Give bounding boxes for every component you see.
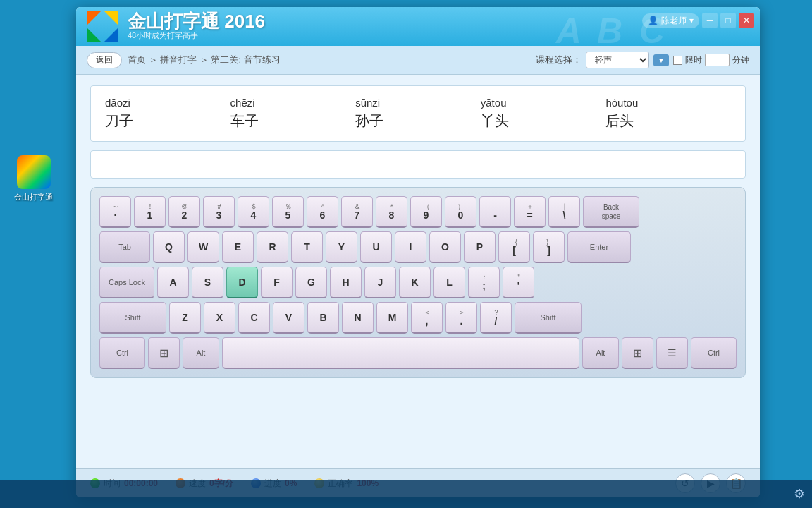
P-key[interactable]: P (464, 231, 496, 263)
slash-key[interactable]: ？ / (480, 302, 512, 334)
shift-left-key[interactable]: Shift (99, 302, 166, 334)
D-key[interactable]: D (226, 267, 258, 298)
S-key[interactable]: S (192, 267, 223, 298)
keyboard-row-2: Tab Q W E R T Y U I O P ｛ [ ｝ ] (99, 231, 737, 263)
rbracket-key[interactable]: ｝ ] (533, 231, 565, 263)
3-key[interactable]: ＃ 3 (203, 196, 235, 228)
alt-right-key[interactable]: Alt (582, 337, 619, 369)
K-key[interactable]: K (399, 267, 431, 298)
equals-key[interactable]: ＋ = (514, 196, 546, 228)
logo-top-right (104, 11, 118, 25)
ctrl-left-key[interactable]: Ctrl (99, 337, 145, 369)
I-key[interactable]: I (395, 231, 426, 263)
9-key[interactable]: （ 9 (410, 196, 442, 228)
J-key[interactable]: J (364, 267, 396, 298)
1-key[interactable]: ！ 1 (134, 196, 166, 228)
logo-shape (87, 11, 118, 42)
maximize-button[interactable]: □ (720, 13, 736, 28)
win-right-key[interactable]: ⊞ (622, 337, 653, 369)
word-pinyin-4: hòutou (605, 97, 638, 109)
V-key[interactable]: V (273, 302, 304, 334)
period-key[interactable]: ＞ . (445, 302, 477, 334)
N-key[interactable]: N (342, 302, 374, 334)
lbracket-key[interactable]: ｛ [ (498, 231, 530, 263)
semicolon-key[interactable]: ： ; (468, 267, 500, 298)
taskbar-right: ⚙ (794, 486, 805, 502)
O-key[interactable]: O (429, 231, 461, 263)
enter-label: Enter (590, 243, 608, 251)
course-dropdown-arrow[interactable]: ▼ (653, 54, 669, 66)
nav-right: 课程选择： 轻声 ▼ 限时 分钟 (536, 52, 749, 68)
6-key[interactable]: ＾ 6 (307, 196, 338, 228)
time-limit-checkbox[interactable] (673, 56, 682, 65)
minus-key[interactable]: — - (479, 196, 511, 228)
menu-key[interactable]: ☰ (656, 337, 688, 369)
Y-key[interactable]: Y (326, 231, 357, 263)
0-key[interactable]: ） 0 (445, 196, 476, 228)
course-label: 课程选择： (536, 54, 582, 66)
M-key[interactable]: M (376, 302, 408, 334)
app-logo (83, 11, 122, 42)
caps-label: Caps Lock (109, 278, 145, 286)
shift-left-label: Shift (125, 313, 140, 322)
tab-key[interactable]: Tab (99, 231, 150, 263)
R-key[interactable]: R (257, 231, 288, 263)
H-key[interactable]: H (330, 267, 362, 298)
keyboard-row-5: Ctrl ⊞ Alt Alt ⊞ ☰ Ctrl (99, 337, 737, 369)
desktop-icon-label: 金山打字通 (14, 192, 53, 202)
C-key[interactable]: C (238, 302, 270, 334)
back-button[interactable]: 返回 (87, 52, 122, 68)
close-button[interactable]: ✕ (739, 13, 754, 28)
Z-key[interactable]: Z (169, 302, 201, 334)
desktop-icon[interactable]: 金山打字通 (14, 155, 53, 202)
E-key[interactable]: E (222, 231, 254, 263)
settings-icon[interactable]: ⚙ (794, 486, 805, 502)
enter-key[interactable]: Enter (567, 231, 631, 263)
win-right-icon: ⊞ (633, 346, 642, 360)
quote-key[interactable]: ＂ ' (503, 267, 534, 298)
backspace-key[interactable]: Backspace (583, 196, 639, 228)
app-title-main: 金山打字通 2016 (128, 12, 265, 30)
7-key[interactable]: ＆ 7 (341, 196, 373, 228)
app-title-text: 金山打字通 2016 48小时成为打字高手 (128, 12, 265, 41)
ctrl-right-key[interactable]: Ctrl (691, 337, 737, 369)
input-area[interactable] (90, 150, 746, 179)
word-item-1: chēzi 车子 (230, 97, 356, 131)
word-item-4: hòutou 后头 (605, 97, 731, 131)
2-key[interactable]: ＠ 2 (168, 196, 200, 228)
U-key[interactable]: U (360, 231, 392, 263)
Q-key[interactable]: Q (153, 231, 185, 263)
win-left-key[interactable]: ⊞ (148, 337, 180, 369)
logo-bottom-right (104, 28, 118, 42)
caps-lock-key[interactable]: Caps Lock (99, 267, 154, 298)
4-key[interactable]: ＄ 4 (238, 196, 269, 228)
course-dropdown[interactable]: 轻声 (586, 52, 649, 68)
T-key[interactable]: T (291, 231, 323, 263)
5-key[interactable]: ％ 5 (272, 196, 304, 228)
B-key[interactable]: B (307, 302, 339, 334)
alt-left-key[interactable]: Alt (183, 337, 219, 369)
F-key[interactable]: F (261, 267, 293, 298)
comma-key[interactable]: ＜ , (411, 302, 443, 334)
tilde-backtick-key[interactable]: ～ · (99, 196, 131, 228)
word-pinyin-1: chēzi (230, 97, 255, 109)
shift-right-key[interactable]: Shift (515, 302, 582, 334)
minimize-button[interactable]: ─ (702, 13, 718, 28)
W-key[interactable]: W (187, 231, 219, 263)
keyboard-row-1: ～ · ！ 1 ＠ 2 ＃ 3 ＄ 4 (99, 196, 737, 228)
time-limit-input[interactable] (705, 54, 730, 66)
alt-right-label: Alt (596, 349, 605, 357)
win-left-icon: ⊞ (159, 346, 168, 360)
backslash-key[interactable]: ｜ \ (548, 196, 580, 228)
time-limit-area: 限时 分钟 (673, 54, 749, 66)
word-item-3: yātou 丫头 (481, 97, 606, 131)
space-key[interactable] (222, 337, 579, 369)
user-badge[interactable]: 👤 陈老师 ▾ (642, 13, 699, 28)
time-limit-label: 限时 (685, 54, 702, 66)
L-key[interactable]: L (433, 267, 465, 298)
8-key[interactable]: ＊ 8 (376, 196, 407, 228)
G-key[interactable]: G (295, 267, 327, 298)
X-key[interactable]: X (204, 302, 235, 334)
A-key[interactable]: A (157, 267, 189, 298)
breadcrumb: 首页 ＞ 拼音打字 ＞ 第二关: 音节练习 (128, 54, 281, 66)
